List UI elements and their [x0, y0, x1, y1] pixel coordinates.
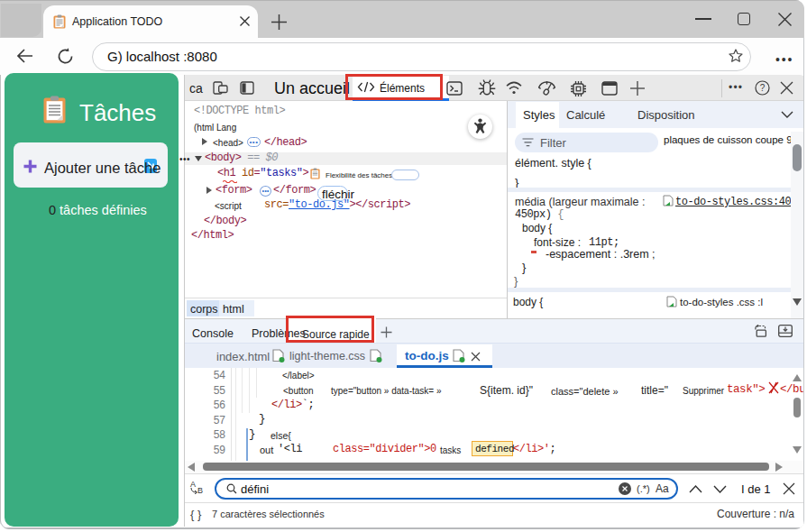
svg-text:?: ?: [760, 83, 766, 93]
